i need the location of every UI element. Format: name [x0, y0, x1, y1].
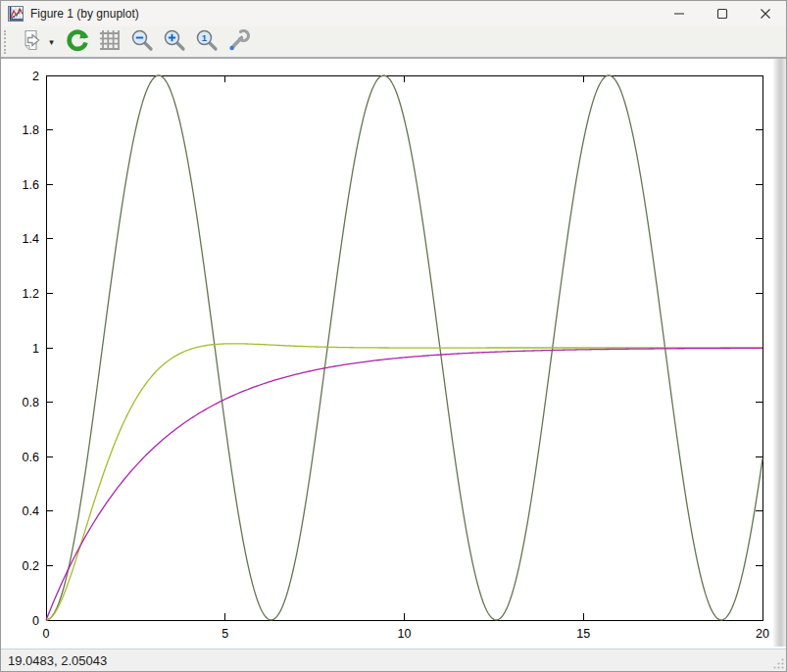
- plot-client-area: 00.20.40.60.811.21.41.61.8205101520: [0, 59, 787, 647]
- close-button[interactable]: [744, 0, 787, 26]
- y-tick-label: 0.6: [23, 451, 39, 464]
- y-tick-label: 1.4: [23, 232, 39, 246]
- x-tick-label: 5: [221, 627, 228, 641]
- magnifier-one-icon: 1: [195, 28, 219, 55]
- zoom-out-button[interactable]: [128, 28, 155, 55]
- y-tick-label: 1.2: [23, 287, 39, 301]
- x-tick-label: 15: [576, 627, 590, 641]
- magnifier-plus-icon: [163, 28, 186, 55]
- mouse-coordinates: 19.0483, 2.05043: [8, 653, 107, 668]
- gnuplot-window: Figure 1 (by gnuplot): [0, 0, 787, 672]
- zoom-in-button[interactable]: [161, 28, 187, 55]
- svg-text:1: 1: [201, 32, 207, 43]
- replot-refresh-icon: [65, 27, 90, 56]
- magnifier-minus-icon: [130, 28, 154, 55]
- plot-svg[interactable]: 00.20.40.60.811.21.41.61.8205101520: [0, 59, 787, 647]
- x-tick-label: 0: [43, 627, 50, 641]
- window-controls: [658, 0, 787, 26]
- y-tick-label: 1.6: [23, 178, 39, 192]
- curve-series3-first-order-step: [46, 348, 762, 620]
- configure-button[interactable]: [225, 28, 252, 55]
- export-dropdown-button[interactable]: ▾: [45, 28, 58, 55]
- grid-toggle-button[interactable]: [96, 28, 123, 55]
- dropdown-caret-icon: ▾: [49, 37, 54, 47]
- y-tick-label: 2: [32, 70, 39, 83]
- y-tick-label: 1.8: [23, 123, 39, 137]
- y-tick-label: 0.2: [23, 559, 39, 573]
- statusbar: 19.0483, 2.05043: [0, 649, 787, 672]
- maximize-button[interactable]: [701, 0, 744, 26]
- wrench-icon: [226, 27, 252, 56]
- page-with-arrow-icon: [20, 28, 43, 55]
- curve-series2-underdamped-step: [46, 344, 762, 620]
- export-image-button[interactable]: [18, 28, 44, 55]
- y-tick-label: 0.4: [23, 504, 39, 518]
- minimize-button[interactable]: [658, 0, 701, 26]
- grid-icon: [98, 28, 122, 55]
- titlebar[interactable]: Figure 1 (by gnuplot): [0, 0, 787, 26]
- x-tick-label: 10: [398, 627, 412, 641]
- y-tick-label: 1: [32, 342, 39, 356]
- window-title: Figure 1 (by gnuplot): [30, 7, 139, 21]
- replot-button[interactable]: [64, 28, 90, 55]
- y-tick-label: 0.8: [23, 396, 39, 409]
- zoom-reset-button[interactable]: 1: [193, 28, 220, 55]
- resize-grip[interactable]: [772, 657, 785, 670]
- client-right-edge: [773, 59, 786, 647]
- toolbar: ▾: [0, 26, 787, 59]
- y-tick-label: 0: [32, 614, 39, 628]
- toolbar-gripper[interactable]: [4, 30, 9, 54]
- gnuplot-app-icon: [8, 6, 24, 22]
- x-tick-label: 20: [756, 627, 769, 641]
